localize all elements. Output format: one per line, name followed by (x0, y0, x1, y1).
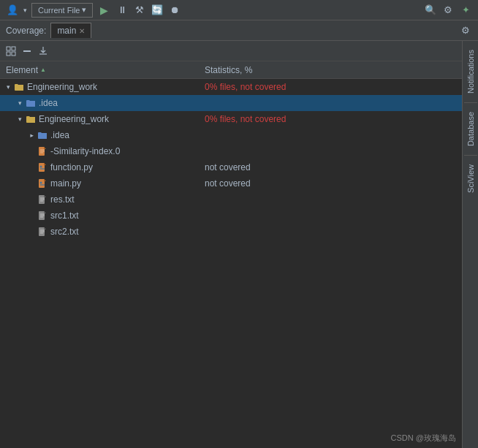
element-column-header[interactable]: Element ▲ (0, 65, 205, 75)
user-icon[interactable]: 👤 (6, 4, 19, 17)
sidebar-divider (464, 102, 477, 103)
svg-rect-2 (7, 52, 10, 56)
tree-row[interactable]: src1.txt (0, 208, 462, 224)
folder-icon (25, 97, 37, 109)
item-name: -Similarity-index.0 (50, 146, 120, 156)
coverage-run-icon[interactable]: 🔄 (151, 4, 164, 17)
table-header: Element ▲ Statistics, % (0, 61, 462, 79)
sort-arrow-icon: ▲ (40, 67, 46, 73)
item-name: function.py (50, 162, 93, 172)
profile-icon[interactable]: ⏺ (168, 4, 181, 17)
svg-point-9 (40, 182, 42, 184)
tree-row[interactable]: src2.txt (0, 224, 462, 240)
notifications-tab[interactable]: Notifications (464, 44, 477, 99)
tree-row[interactable]: main.py not covered (0, 175, 462, 191)
chevron-icon[interactable]: ▾ (26, 130, 37, 140)
item-name: main.py (50, 178, 81, 189)
item-name: .idea (50, 130, 69, 140)
item-name: Engineering_work (27, 82, 97, 92)
tree-row[interactable]: ▾ Engineering_work 0% files, not covered (0, 79, 462, 95)
tree-row[interactable]: ▾ .idea (0, 95, 462, 111)
stat-value: 0% files, not covered (205, 114, 462, 124)
chevron-icon[interactable]: ▾ (3, 82, 13, 92)
tab-settings-area: ⚙ (459, 24, 472, 37)
main-area: Element ▲ Statistics, % ▾ Engineering_wo… (0, 41, 478, 448)
chevron-icon[interactable]: ▾ (15, 98, 25, 108)
right-sidebar: Notifications Database SciView (462, 41, 478, 448)
item-name: res.txt (50, 194, 75, 205)
settings-icon[interactable]: ⚙ (441, 4, 455, 17)
stat-value: 0% files, not covered (205, 82, 462, 92)
tree-row[interactable]: ▾ Engineering_work 0% files, not covered (0, 111, 462, 127)
search-icon[interactable]: 🔍 (424, 4, 437, 17)
svg-rect-1 (12, 47, 15, 50)
dropdown-arrow: ▾ (82, 5, 86, 15)
coverage-bar: Coverage: main ✕ ⚙ (0, 20, 478, 41)
row-left: function.py (0, 162, 205, 173)
collapse-all-icon[interactable] (20, 45, 34, 58)
row-left: res.txt (0, 194, 205, 205)
export-icon[interactable] (37, 45, 50, 58)
svg-rect-3 (12, 52, 15, 56)
stat-value: not covered (205, 178, 462, 189)
row-left: ▾ .idea (0, 97, 205, 109)
item-name: src2.txt (50, 227, 79, 237)
item-name: src1.txt (50, 210, 79, 221)
database-tab[interactable]: Database (464, 106, 477, 152)
tab-name: main (57, 26, 76, 36)
svg-rect-0 (7, 47, 10, 50)
current-file-label: Current File (38, 6, 80, 15)
item-name: Engineering_work (39, 114, 109, 124)
row-left: src1.txt (0, 210, 205, 221)
expand-all-icon[interactable] (4, 45, 18, 58)
text-file-icon (37, 194, 48, 205)
svg-rect-4 (23, 50, 31, 52)
file-icon (37, 145, 48, 157)
tree-row[interactable]: ▾ .idea (0, 127, 462, 143)
item-name: .idea (39, 98, 58, 108)
folder-icon (25, 113, 37, 125)
star-icon[interactable]: ✦ (459, 4, 472, 17)
panel-toolbar (0, 41, 462, 61)
text-file-icon (37, 226, 48, 238)
tab-settings-icon[interactable]: ⚙ (459, 24, 472, 37)
run-button[interactable]: ▶ (97, 4, 111, 16)
top-toolbar: 👤 ▾ Current File ▾ ▶ ⏸ ⚒ 🔄 ⏺ 🔍 ⚙ ✦ (0, 0, 478, 20)
text-file-icon (37, 210, 48, 221)
statistics-column-header[interactable]: Statistics, % (205, 65, 462, 75)
row-left: src2.txt (0, 226, 205, 238)
tab-close-icon[interactable]: ✕ (79, 27, 85, 35)
watermark: CSDN @玫瑰海岛 (391, 433, 456, 444)
main-tab[interactable]: main ✕ (50, 23, 91, 38)
python-file-icon (37, 178, 48, 189)
folder-icon (13, 81, 25, 93)
chevron-icon[interactable]: ▾ (15, 114, 25, 124)
folder-icon (37, 129, 48, 141)
sciview-tab[interactable]: SciView (464, 159, 477, 199)
coverage-panel: Element ▲ Statistics, % ▾ Engineering_wo… (0, 41, 462, 448)
tree-row[interactable]: res.txt (0, 191, 462, 208)
sidebar-divider (464, 155, 477, 156)
build-icon[interactable]: ⚒ (133, 4, 146, 17)
tree-row[interactable]: function.py not covered (0, 159, 462, 175)
row-left: -Similarity-index.0 (0, 145, 205, 157)
svg-point-7 (40, 166, 42, 168)
pause-icon[interactable]: ⏸ (115, 4, 129, 17)
current-file-dropdown[interactable]: Current File ▾ (31, 3, 93, 18)
python-file-icon (37, 162, 48, 173)
row-left: ▾ .idea (0, 129, 205, 141)
coverage-label: Coverage: (6, 26, 46, 36)
stat-value: not covered (205, 162, 462, 172)
tree-row[interactable]: -Similarity-index.0 (0, 143, 462, 159)
row-left: ▾ Engineering_work (0, 113, 205, 125)
row-left: main.py (0, 178, 205, 189)
tree-body[interactable]: ▾ Engineering_work 0% files, not covered… (0, 79, 462, 448)
row-left: ▾ Engineering_work (0, 81, 205, 93)
